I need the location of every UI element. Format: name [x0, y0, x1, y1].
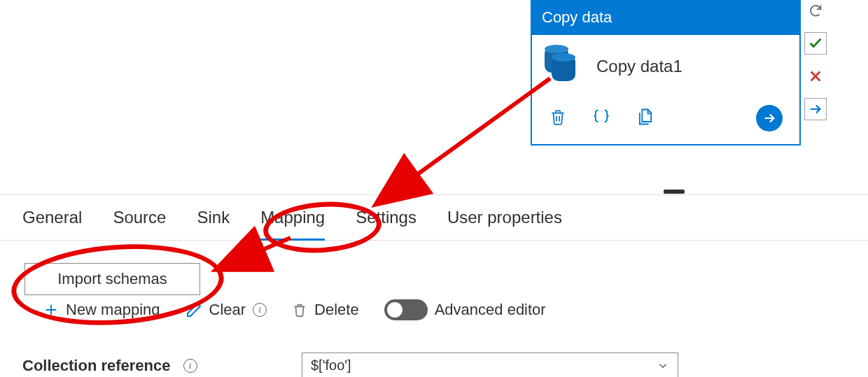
collection-reference-row: Collection reference i — [22, 357, 197, 375]
tab-sink[interactable]: Sink — [197, 208, 230, 227]
svg-line-0 — [378, 78, 550, 203]
activity-header: Copy data — [532, 1, 799, 35]
copy-icon[interactable] — [636, 107, 655, 129]
delete-button[interactable]: Delete — [292, 301, 359, 319]
activity-name-label: Copy data1 — [596, 57, 682, 76]
collection-reference-select[interactable]: $['foo'] — [302, 353, 678, 377]
validate-error-icon[interactable] — [805, 66, 826, 87]
trash-icon[interactable] — [549, 107, 567, 129]
chevron-down-icon — [657, 360, 669, 372]
redo-icon[interactable] — [805, 0, 826, 21]
advanced-editor-label: Advanced editor — [435, 301, 546, 319]
clear-label: Clear — [209, 301, 246, 319]
validate-ok-icon[interactable] — [804, 32, 827, 55]
copy-data-activity-card[interactable]: Copy data Copy data1 — [531, 0, 801, 145]
mapping-toolbar: New mapping Clear i Delete Advanced edit… — [43, 299, 546, 320]
info-icon[interactable]: i — [183, 359, 197, 373]
code-braces-icon[interactable] — [591, 107, 612, 129]
navigate-icon[interactable] — [804, 98, 827, 120]
panel-drag-handle[interactable] — [664, 190, 685, 194]
info-icon[interactable]: i — [253, 303, 267, 317]
delete-label: Delete — [314, 301, 359, 319]
activity-toolbar — [532, 97, 799, 144]
collection-reference-label: Collection reference — [22, 357, 171, 375]
svg-line-1 — [218, 238, 290, 269]
advanced-editor-toggle[interactable]: Advanced editor — [384, 299, 546, 320]
import-schemas-button[interactable]: Import schemas — [24, 263, 200, 295]
tab-settings[interactable]: Settings — [356, 208, 416, 227]
copy-data-icon — [545, 49, 580, 84]
tab-source[interactable]: Source — [113, 208, 166, 227]
tab-mapping[interactable]: Mapping — [260, 208, 325, 227]
new-mapping-button[interactable]: New mapping — [43, 301, 160, 319]
run-arrow-button[interactable] — [756, 105, 783, 131]
activity-tabs: General Source Sink Mapping Settings Use… — [0, 194, 868, 241]
clear-button[interactable]: Clear i — [186, 301, 267, 319]
new-mapping-label: New mapping — [66, 301, 160, 319]
toggle-switch[interactable] — [384, 299, 428, 320]
tab-general[interactable]: General — [22, 208, 82, 227]
tab-user-properties[interactable]: User properties — [447, 208, 562, 227]
collection-reference-value: $['foo'] — [311, 357, 351, 374]
canvas-status-icons — [804, 0, 827, 120]
activity-body: Copy data1 — [532, 35, 799, 97]
